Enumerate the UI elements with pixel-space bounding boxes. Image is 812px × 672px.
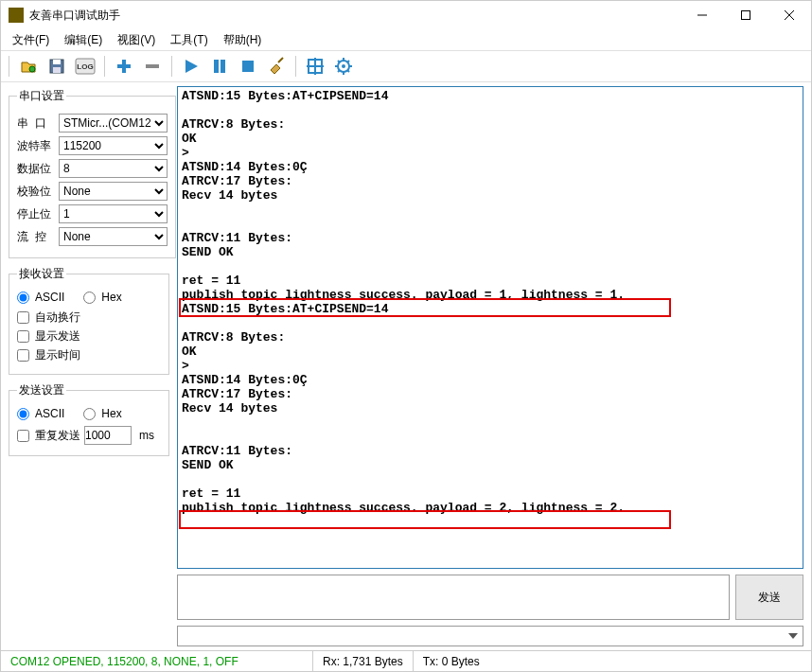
recv-settings-legend: 接收设置 — [17, 266, 66, 282]
open-port-icon[interactable] — [15, 53, 42, 80]
svg-line-28 — [347, 70, 349, 72]
auto-wrap-check[interactable]: 自动换行 — [17, 309, 161, 326]
svg-point-22 — [342, 64, 345, 68]
window-title: 友善串口调试助手 — [29, 8, 680, 24]
port-label: 串 口 — [17, 115, 55, 132]
flow-select[interactable]: None — [59, 227, 168, 246]
status-tx: Tx: 0 Bytes — [414, 651, 811, 671]
toolbar-separator — [104, 56, 105, 77]
databits-select[interactable]: 8 — [59, 159, 168, 178]
svg-line-27 — [338, 61, 340, 62]
repeat-send-check[interactable]: 重复发送 — [17, 428, 80, 444]
ms-unit-label: ms — [139, 429, 154, 442]
play-icon[interactable] — [178, 53, 204, 80]
parity-label: 校验位 — [17, 184, 55, 200]
log-icon[interactable]: LOG — [72, 53, 98, 80]
send-hex-radio[interactable]: Hex — [83, 407, 121, 420]
flow-label: 流 控 — [17, 229, 55, 245]
svg-text:LOG: LOG — [77, 62, 93, 71]
svg-rect-1 — [742, 11, 750, 20]
send-input[interactable] — [177, 575, 730, 620]
history-combo[interactable] — [177, 626, 803, 646]
toolbar: LOG — [1, 50, 811, 82]
toolbar-separator — [9, 56, 9, 77]
svg-line-17 — [278, 58, 283, 62]
console-wrap: ATSND:15 Bytes:AT+CIPSEND=14 ATRCV:8 Byt… — [177, 86, 803, 569]
chevron-down-icon — [786, 628, 801, 644]
stopbits-label: 停止位 — [17, 206, 55, 222]
baud-select[interactable]: 115200 — [59, 136, 168, 155]
serial-settings-legend: 串口设置 — [17, 88, 66, 104]
toolbar-separator — [295, 56, 296, 77]
add-icon[interactable] — [111, 53, 137, 80]
menu-view[interactable]: 视图(V) — [110, 30, 163, 50]
sidebar: 串口设置 串 口 STMicr...(COM12 波特率 115200 数据位 … — [1, 82, 177, 650]
send-settings-group: 发送设置 ASCII Hex 重复发送 ms — [9, 382, 169, 456]
remove-icon[interactable] — [139, 53, 166, 80]
window-icon[interactable] — [302, 53, 328, 80]
main-area: 串口设置 串 口 STMicr...(COM12 波特率 115200 数据位 … — [1, 82, 811, 650]
close-button[interactable] — [768, 1, 811, 29]
svg-rect-15 — [221, 60, 225, 73]
stop-icon[interactable] — [235, 53, 261, 80]
svg-point-4 — [29, 66, 35, 72]
svg-rect-6 — [53, 60, 61, 64]
serial-settings-group: 串口设置 串 口 STMicr...(COM12 波特率 115200 数据位 … — [9, 88, 176, 258]
status-connection: COM12 OPENED, 115200, 8, NONE, 1, OFF — [1, 651, 313, 671]
menu-help[interactable]: 帮助(H) — [216, 30, 270, 50]
databits-label: 数据位 — [17, 161, 55, 177]
send-ascii-radio[interactable]: ASCII — [17, 407, 64, 420]
console-output[interactable]: ATSND:15 Bytes:AT+CIPSEND=14 ATRCV:8 Byt… — [178, 87, 803, 568]
show-time-check[interactable]: 显示时间 — [17, 347, 161, 363]
svg-marker-31 — [788, 633, 798, 639]
svg-rect-16 — [242, 61, 254, 72]
menu-tools[interactable]: 工具(T) — [163, 30, 215, 50]
content-area: ATSND:15 Bytes:AT+CIPSEND=14 ATRCV:8 Byt… — [177, 82, 811, 650]
settings-icon[interactable] — [330, 53, 357, 80]
pause-icon[interactable] — [206, 53, 233, 80]
window-buttons — [680, 1, 811, 29]
menu-file[interactable]: 文件(F) — [5, 30, 57, 50]
history-combo-bar — [177, 626, 803, 646]
port-select[interactable]: STMicr...(COM12 — [59, 114, 168, 133]
recv-settings-group: 接收设置 ASCII Hex 自动换行 显示发送 显示时间 — [9, 266, 169, 375]
clear-icon[interactable] — [263, 53, 290, 80]
baud-label: 波特率 — [17, 138, 55, 154]
svg-line-29 — [338, 70, 340, 72]
menubar: 文件(F) 编辑(E) 视图(V) 工具(T) 帮助(H) — [1, 29, 811, 50]
menu-edit[interactable]: 编辑(E) — [57, 30, 110, 50]
recv-ascii-radio[interactable]: ASCII — [17, 291, 64, 304]
svg-line-30 — [347, 61, 349, 62]
show-send-check[interactable]: 显示发送 — [17, 328, 161, 345]
recv-hex-radio[interactable]: Hex — [83, 291, 121, 304]
minimize-button[interactable] — [680, 1, 724, 29]
send-area: 发送 — [177, 575, 803, 620]
statusbar: COM12 OPENED, 115200, 8, NONE, 1, OFF Rx… — [1, 650, 811, 671]
toolbar-separator — [171, 56, 172, 77]
stopbits-select[interactable]: 1 — [59, 204, 168, 223]
titlebar: 友善串口调试助手 — [1, 1, 811, 29]
send-settings-legend: 发送设置 — [17, 382, 66, 398]
parity-select[interactable]: None — [59, 182, 168, 201]
app-icon — [9, 8, 24, 23]
repeat-ms-input[interactable] — [84, 426, 132, 445]
save-icon[interactable] — [44, 53, 70, 80]
svg-marker-13 — [185, 60, 198, 73]
svg-rect-14 — [214, 60, 219, 73]
send-button[interactable]: 发送 — [735, 575, 803, 620]
status-rx: Rx: 1,731 Bytes — [313, 651, 414, 671]
maximize-button[interactable] — [724, 1, 768, 29]
svg-rect-7 — [53, 67, 61, 73]
